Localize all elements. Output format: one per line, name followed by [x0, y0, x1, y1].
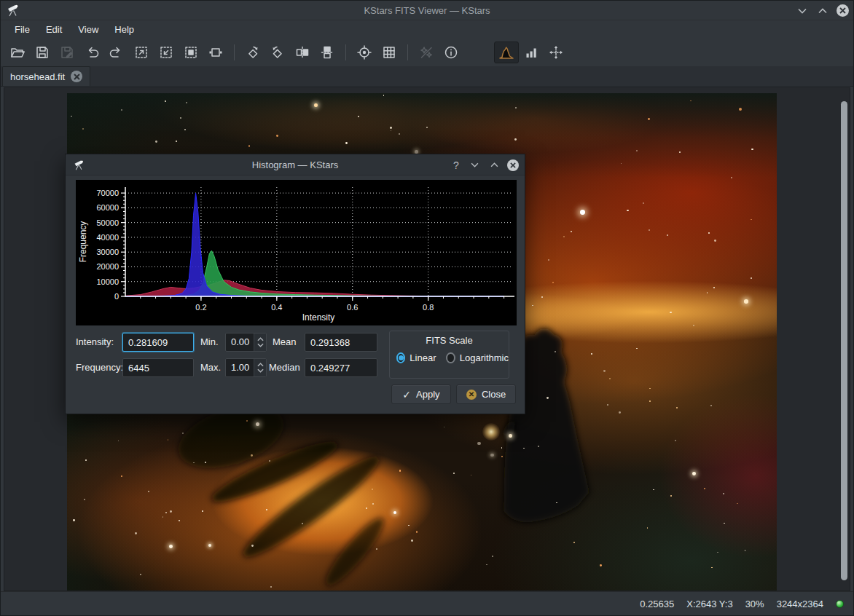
- toolbar-fits-header-button[interactable]: [439, 42, 463, 63]
- save-file-icon: [34, 44, 50, 60]
- toolbar-histogram-button[interactable]: [494, 42, 519, 63]
- linear-radio-label[interactable]: Linear: [410, 352, 436, 363]
- fits-scale-groupbox: FITS Scale Linear Logarithmic: [389, 331, 509, 379]
- min-value: 0.00: [226, 333, 254, 351]
- min-spinbox[interactable]: 0.00: [225, 333, 267, 352]
- median-field[interactable]: [305, 358, 377, 377]
- toolbar-flip-vertical-button[interactable]: [315, 42, 340, 63]
- tab-close-icon[interactable]: [71, 71, 82, 82]
- toolbar-rotate-right-button[interactable]: [240, 42, 265, 63]
- x-tick-label: 0.2: [195, 303, 206, 312]
- close-window-icon[interactable]: [837, 4, 849, 17]
- toolbar-mark-stars-button: [414, 42, 439, 63]
- mean-field[interactable]: [305, 333, 377, 352]
- statistics-icon: [523, 44, 539, 60]
- apply-button[interactable]: ✓ Apply: [391, 384, 451, 404]
- logarithmic-radio[interactable]: [446, 352, 455, 363]
- open-file-icon: [9, 44, 26, 60]
- max-spin-arrows[interactable]: [254, 359, 266, 376]
- flip-vertical-icon: [319, 44, 335, 60]
- minimize-icon[interactable]: [796, 4, 809, 17]
- y-tick-label: 50000: [96, 218, 119, 227]
- linear-radio[interactable]: [396, 352, 405, 363]
- mean-label: Mean: [273, 333, 297, 352]
- toolbar-separator: [234, 44, 235, 60]
- toolbar-zoom-out-button[interactable]: [154, 42, 179, 63]
- toolbar-flip-horizontal-button[interactable]: [290, 42, 315, 63]
- logarithmic-radio-label[interactable]: Logarithmic: [460, 352, 509, 363]
- histogram-dialog: Histogram — KStars ? 0100002000030000400…: [65, 154, 525, 414]
- menubar: File Edit View Help: [1, 20, 853, 39]
- zoom-to-fit-icon: [183, 44, 199, 60]
- dialog-minimize-icon[interactable]: [468, 159, 481, 172]
- status-led-indicator: [836, 600, 844, 608]
- menu-help[interactable]: Help: [106, 22, 142, 37]
- zoom-out-icon: [158, 44, 174, 60]
- fits-header-icon: [443, 44, 459, 60]
- check-icon: ✓: [402, 389, 411, 400]
- toolbar-redo-button[interactable]: [104, 42, 129, 63]
- redo-icon: [109, 44, 125, 60]
- close-button[interactable]: ✕ Close: [456, 384, 516, 404]
- tab-horsehead-fit[interactable]: horsehead.fit: [2, 66, 90, 86]
- fits-scale-title: FITS Scale: [390, 335, 509, 346]
- toolbar-undo-button[interactable]: [79, 42, 104, 63]
- y-tick-label: 10000: [96, 277, 119, 286]
- toolbar-open-file-button[interactable]: [5, 42, 30, 63]
- max-spinbox[interactable]: 1.00: [225, 358, 267, 377]
- pan-mode-icon: [548, 44, 564, 60]
- min-label: Min.: [200, 333, 219, 352]
- x-tick-label: 0.4: [271, 303, 282, 312]
- menu-edit[interactable]: Edit: [38, 22, 70, 37]
- y-tick-label: 70000: [96, 189, 119, 197]
- frequency-input[interactable]: [122, 358, 194, 377]
- toolbar-save-file-button[interactable]: [30, 42, 55, 63]
- toolbar-show-grid-button[interactable]: [377, 42, 401, 63]
- menu-file[interactable]: File: [7, 22, 38, 37]
- tab-label: horsehead.fit: [10, 71, 65, 82]
- intensity-label: Intensity:: [76, 333, 114, 352]
- dialog-help-icon[interactable]: ?: [451, 159, 461, 171]
- toolbar-pan-mode-button[interactable]: [544, 42, 568, 63]
- y-axis-label: Frequency: [78, 221, 88, 263]
- max-value: 1.00: [226, 359, 254, 376]
- save-file-as-icon: [59, 44, 75, 60]
- y-tick-label: 30000: [96, 248, 119, 256]
- toolbar-save-file-as-button: [55, 42, 79, 63]
- status-cursor-position: X:2643 Y:3: [686, 599, 732, 609]
- mark-stars-icon: [418, 44, 434, 60]
- dialog-maximize-icon[interactable]: [487, 159, 501, 172]
- maximize-icon[interactable]: [816, 4, 829, 17]
- toolbar-rotate-left-button[interactable]: [265, 42, 290, 63]
- histogram-icon: [498, 44, 514, 60]
- close-x-icon: ✕: [466, 390, 477, 400]
- statusbar: 0.25635 X:2643 Y:3 30% 3244x2364: [1, 591, 853, 615]
- histogram-chart[interactable]: 0100002000030000400005000060000700000.20…: [76, 180, 517, 325]
- y-tick-label: 20000: [96, 262, 119, 271]
- histogram-dialog-titlebar[interactable]: Histogram — KStars ?: [66, 154, 525, 175]
- toolbar-zoom-in-button[interactable]: [129, 42, 154, 63]
- rotate-right-icon: [245, 44, 261, 60]
- toolbar-separator: [345, 44, 346, 60]
- undo-icon: [84, 44, 100, 60]
- window-title: KStars FITS Viewer — KStars: [1, 1, 853, 20]
- x-axis-label: Intensity: [302, 312, 335, 323]
- menu-view[interactable]: View: [70, 22, 106, 37]
- window-titlebar: KStars FITS Viewer — KStars: [1, 1, 853, 20]
- status-pixel-value: 0.25635: [640, 599, 674, 609]
- median-label: Median: [269, 358, 300, 377]
- dialog-close-icon[interactable]: [507, 159, 519, 171]
- close-button-label: Close: [482, 389, 506, 400]
- toolbar-statistics-button[interactable]: [519, 42, 544, 63]
- kstars-fits-viewer-window: { "window": { "title": "KStars FITS View…: [0, 0, 854, 616]
- toolbar-zoom-100-button[interactable]: [203, 42, 228, 63]
- toolbar-zoom-to-fit-button[interactable]: [179, 42, 203, 63]
- toolbar-center-telescope-button[interactable]: [352, 42, 377, 63]
- min-spin-arrows[interactable]: [254, 333, 266, 351]
- zoom-100-icon: [208, 44, 224, 60]
- show-grid-icon: [381, 44, 397, 60]
- frequency-label: Frequency:: [76, 358, 123, 377]
- vertical-scrollbar[interactable]: [841, 101, 847, 580]
- intensity-input[interactable]: [122, 333, 194, 352]
- center-telescope-icon: [356, 44, 372, 60]
